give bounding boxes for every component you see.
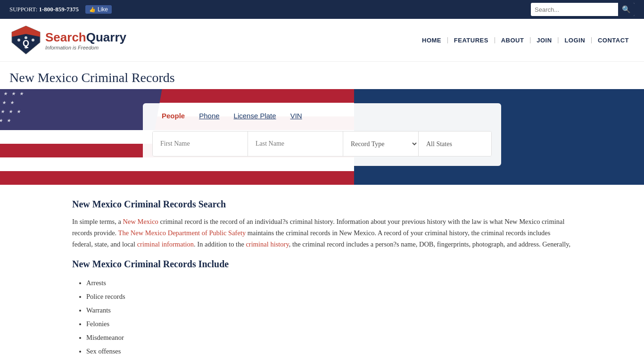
section2-heading: New Mexico Criminal Records Include	[72, 259, 572, 270]
star-icon: ★	[2, 100, 7, 105]
link-criminal-information[interactable]: criminal information	[137, 240, 194, 248]
list-item: Misdemeanor	[86, 331, 572, 345]
first-name-input[interactable]	[153, 132, 248, 156]
nav-join[interactable]: JOIN	[531, 37, 557, 44]
content-para1: In simple terms, a New Mexico criminal r…	[72, 216, 572, 250]
svg-text:Q: Q	[23, 39, 29, 48]
star-icon: ★	[8, 109, 13, 114]
top-bar-left: SUPPORT: 1-800-859-7375 👍 Like	[9, 5, 112, 14]
link-dept-public-safety[interactable]: The New Mexico Department of Public Safe…	[118, 229, 246, 237]
header: Q SearchQuarry Information is Freedom HO…	[0, 19, 644, 62]
star-icon: ★	[0, 91, 0, 96]
hero-banner: ★ ★ ★ ★ ★ ★ ★ ★ ★ ★ ★ ★ ★ ★ ★ ★	[0, 89, 644, 185]
star-row-3: ★ ★ ★ ★ ★	[0, 107, 159, 116]
star-icon: ★	[16, 109, 21, 114]
flag-stripe-red4	[0, 171, 354, 185]
tab-people[interactable]: People	[162, 112, 185, 121]
star-icon: ★	[0, 109, 5, 114]
support-phone: SUPPORT: 1-800-859-7375	[9, 6, 79, 13]
top-bar: SUPPORT: 1-800-859-7375 👍 Like 🔍	[0, 0, 644, 19]
fb-like-button[interactable]: 👍 Like	[85, 5, 112, 14]
star-icon: ★	[11, 91, 17, 96]
list-item: Sex offenses	[86, 345, 572, 358]
list-item: Felonies	[86, 317, 572, 331]
logo-brand: SearchQuarry	[45, 30, 126, 45]
list-item: Police records	[86, 290, 572, 304]
star-icon: ★	[19, 91, 25, 96]
svg-point-4	[32, 39, 34, 41]
star-row-2: ★ ★ ★ ★	[0, 98, 160, 107]
tab-vin[interactable]: VIN	[290, 112, 302, 121]
records-list: ArrestsPolice recordsWarrantsFeloniesMis…	[86, 276, 572, 362]
star-icon: ★	[3, 91, 8, 96]
content-area: New Mexico Criminal Records Search In si…	[63, 185, 581, 362]
nav-about[interactable]: ABOUT	[495, 37, 530, 44]
list-item: Warrants	[86, 304, 572, 317]
top-search-input[interactable]	[531, 4, 618, 15]
link-criminal-history[interactable]: criminal history	[246, 240, 289, 248]
record-type-select[interactable]: Record Type Criminal Arrest Court	[343, 132, 419, 156]
page-title-area: New Mexico Criminal Records	[0, 62, 644, 89]
nav-home[interactable]: HOME	[416, 37, 447, 44]
top-search-bar: 🔍	[531, 3, 635, 16]
nav-features[interactable]: FEATURES	[448, 37, 494, 44]
last-name-input[interactable]	[248, 132, 343, 156]
logo-text: SearchQuarry Information is Freedom	[45, 30, 126, 50]
search-card: People Phone License Plate VIN Record Ty…	[143, 103, 501, 166]
link-new-mexico[interactable]: New Mexico	[123, 218, 158, 225]
list-item: Traffic citations	[86, 358, 572, 362]
logo-shield-icon: Q	[9, 24, 42, 57]
main-nav: HOME | FEATURES | ABOUT | JOIN | LOGIN |…	[416, 36, 635, 44]
tab-license-plate[interactable]: License Plate	[234, 112, 276, 121]
top-search-button[interactable]: 🔍	[618, 3, 635, 16]
flag-canton: ★ ★ ★ ★ ★ ★ ★ ★ ★ ★ ★ ★ ★ ★ ★ ★	[0, 89, 162, 130]
fb-thumb-icon: 👍	[89, 7, 96, 13]
page-title: New Mexico Criminal Records	[9, 70, 635, 85]
section1-heading: New Mexico Criminal Records Search	[72, 199, 572, 210]
svg-point-2	[17, 39, 20, 41]
star-icon: ★	[10, 100, 15, 105]
star-icon: ★	[7, 118, 12, 123]
states-select[interactable]: All States New Mexico Texas California	[419, 132, 492, 156]
logo-tagline: Information is Freedom	[45, 45, 126, 50]
search-tabs: People Phone License Plate VIN	[152, 108, 492, 125]
list-item: Arrests	[86, 276, 572, 290]
search-form: Record Type Criminal Arrest Court All St…	[152, 131, 492, 156]
logo-area: Q SearchQuarry Information is Freedom	[9, 24, 126, 57]
nav-login[interactable]: LOGIN	[559, 37, 591, 44]
star-icon: ★	[0, 118, 4, 123]
star-row-1: ★ ★ ★ ★ ★	[0, 89, 162, 98]
star-row-4: ★ ★ ★ ★	[0, 116, 157, 125]
nav-contact[interactable]: CONTACT	[592, 37, 635, 44]
tab-phone[interactable]: Phone	[199, 112, 219, 121]
